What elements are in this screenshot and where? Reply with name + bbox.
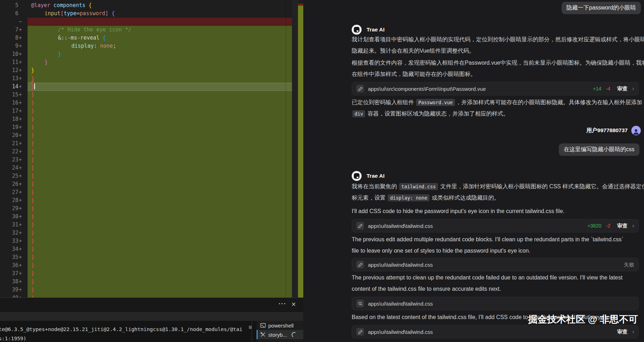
editor-row[interactable]: 17+} <box>0 107 292 115</box>
code-token: { <box>103 35 106 41</box>
review-button[interactable]: 审查 <box>617 223 628 229</box>
editor-row[interactable]: 16+} <box>0 99 292 107</box>
editor-row[interactable]: 31+} <box>0 221 292 229</box>
text-run: 已定位到密码输入框组件 <box>352 99 415 105</box>
paragraph-line: 隐藏起来。预计会在相关的Vue组件里调整代码。 <box>352 45 639 57</box>
text-run: 隐藏起来。预计会在相关的Vue组件里调整代码。 <box>352 48 475 54</box>
trae-logo-icon <box>354 27 359 33</box>
editor-row[interactable]: 28+} <box>0 196 292 205</box>
editor-row[interactable]: 14+} <box>0 83 292 91</box>
diff-sign: + <box>18 294 28 297</box>
diff-sign: + <box>18 196 28 205</box>
file-path: apps\ui\tailwind\tailwind.css <box>368 329 613 335</box>
editor-row[interactable]: 21+} <box>0 140 292 148</box>
code-token: input <box>45 10 60 17</box>
line-number <box>0 18 18 26</box>
editor-row[interactable]: 19+} <box>0 123 292 131</box>
editor-row[interactable]: 30+} <box>0 213 292 221</box>
more-actions-icon[interactable]: ··· <box>279 300 286 308</box>
file-change-card[interactable]: apps\ui\tailwind\tailwind.css <box>352 297 639 310</box>
paragraph-line: 我计划查看项目中密码输入框小眼睛的实现代码，定位到控制小眼睛显示的部分，然后修改… <box>352 34 639 45</box>
editor-row[interactable]: 27+} <box>0 188 292 196</box>
editor-row[interactable]: 5@layer components { <box>0 1 292 10</box>
editor-scrollbar[interactable] <box>292 0 298 297</box>
search-icon <box>356 300 364 307</box>
line-number: 8 <box>0 34 18 42</box>
code-token: } <box>31 262 34 269</box>
line-content: } <box>28 180 292 188</box>
paragraph-line: I'll add CSS code to hide the password i… <box>352 206 639 217</box>
review-button[interactable]: 审查 <box>617 329 628 335</box>
file-change-card[interactable]: apps\ui\tailwind\tailwind.css失败 <box>352 258 639 271</box>
editor-row[interactable]: 13+} <box>0 75 292 83</box>
editor-row[interactable]: 9+display: none; <box>0 42 292 50</box>
line-content: } <box>28 164 292 172</box>
editor-row[interactable]: 25+} <box>0 172 292 180</box>
line-content: } <box>28 131 292 140</box>
editor-row[interactable]: 37+} <box>0 270 292 278</box>
line-content <box>28 18 292 26</box>
code-token: } <box>31 116 34 122</box>
line-number: 17 <box>0 107 18 115</box>
assistant-paragraph: 我将在当前聚焦的 tailwind.css 文件里，添加针对密码输入框小眼睛图标… <box>352 181 639 204</box>
code-editor[interactable]: 5@layer components {6input[type=password… <box>0 0 292 297</box>
code-token: } <box>58 51 61 57</box>
line-number: 18 <box>0 115 18 123</box>
diff-sign: + <box>18 229 28 237</box>
editor-row[interactable]: 36+} <box>0 261 292 270</box>
line-content: } <box>28 278 292 286</box>
diff-sign: + <box>18 172 28 180</box>
file-change-card[interactable]: apps\ui\tailwind\tailwind.css审查› <box>352 325 639 338</box>
code-token: } <box>31 148 34 155</box>
editor-lines: 5@layer components {6input[type=password… <box>0 1 292 297</box>
terminal-tab-storyb[interactable]: storyb... <box>257 330 303 339</box>
paragraph-line: The previous attempt to clean up the red… <box>352 272 639 283</box>
line-number: 21 <box>0 140 18 148</box>
line-content: } <box>28 115 292 123</box>
code-token: } <box>31 173 34 179</box>
editor-row[interactable]: 6input[type=password] { <box>0 10 292 18</box>
editor-row[interactable]: 32+} <box>0 229 292 237</box>
editor-row[interactable]: 33+} <box>0 237 292 245</box>
diff-sign: + <box>18 188 28 196</box>
line-number: 10 <box>0 50 18 58</box>
line-content: } <box>28 237 292 245</box>
review-button[interactable]: 审查 <box>617 86 628 92</box>
editor-row[interactable]: 11+} <box>0 58 292 66</box>
editor-minimap[interactable] <box>298 0 304 297</box>
code-token: } <box>31 287 34 293</box>
code-token: } <box>31 230 34 236</box>
terminal-tab-powershell[interactable]: powershell <box>257 321 303 330</box>
editor-row[interactable]: − <box>0 18 292 26</box>
diff-sign: + <box>18 26 28 34</box>
editor-row[interactable]: 23+} <box>0 156 292 164</box>
editor-row[interactable]: 22+} <box>0 148 292 156</box>
editor-row[interactable]: 15+} <box>0 91 292 99</box>
line-content: } <box>28 221 292 229</box>
editor-row[interactable]: 18+} <box>0 115 292 123</box>
code-token: } <box>45 59 48 65</box>
ai-chat-panel: 掘金技术社区 @ 非思不可 隐藏一下password的小眼睛Trae AI我计划… <box>303 0 644 342</box>
editor-row[interactable]: 26+} <box>0 180 292 188</box>
editor-row[interactable]: 39+} <box>0 286 292 294</box>
assistant-paragraph: The previous attempt to clean up the red… <box>352 272 639 295</box>
editor-row[interactable]: 34+} <box>0 245 292 253</box>
editor-row[interactable]: 35+} <box>0 253 292 261</box>
editor-row[interactable]: 8+&::-ms-reveal { <box>0 34 292 42</box>
close-panel-icon[interactable]: ✕ <box>291 301 296 308</box>
line-number: 24 <box>0 164 18 172</box>
file-change-card[interactable]: apps\ui\src\components\Form\Input\Passwo… <box>352 82 639 95</box>
editor-row[interactable]: 38+} <box>0 278 292 286</box>
terminal-tab-label: storyb... <box>268 332 287 338</box>
editor-row[interactable]: 7+/* Hide the eye icon */ <box>0 26 292 34</box>
file-change-card[interactable]: apps\ui\tailwind\tailwind.css+3820-2审查› <box>352 219 639 232</box>
code-token: } <box>31 181 34 187</box>
diff-sign: + <box>18 75 28 83</box>
editor-row[interactable]: 24+} <box>0 164 292 172</box>
edit-icon <box>356 328 364 336</box>
editor-row[interactable]: 12+} <box>0 66 292 75</box>
editor-row[interactable]: 20+} <box>0 131 292 140</box>
editor-row[interactable]: 29+} <box>0 205 292 213</box>
editor-row[interactable]: 40+} <box>0 294 292 297</box>
editor-row[interactable]: 10+} <box>0 50 292 58</box>
